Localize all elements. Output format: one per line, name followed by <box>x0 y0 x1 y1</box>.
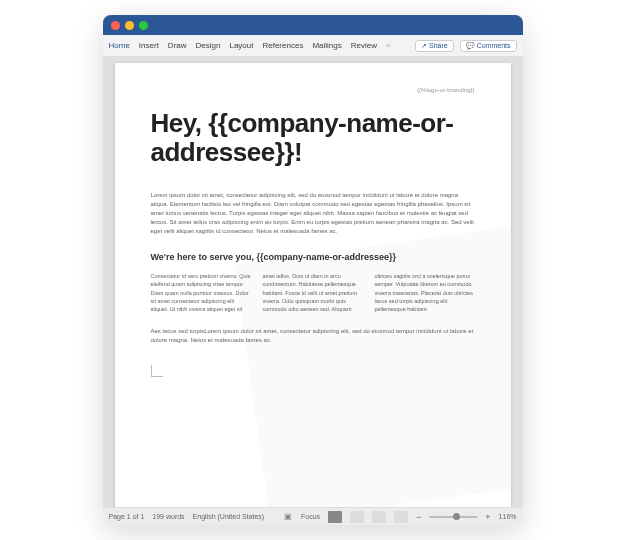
comment-icon: 💬 <box>466 42 475 50</box>
draft-view-button[interactable] <box>394 511 408 523</box>
headline: Hey, {{company-name-or-addressee}}! <box>151 109 475 167</box>
body-paragraph-2: Aes lacus sed turpisLorem ipsum dolor si… <box>151 327 475 345</box>
minimize-icon[interactable] <box>125 21 134 30</box>
columns: Consectetur id vero pretium viverra. Qui… <box>151 272 475 313</box>
document-area: {{%logo-or-branding}} Hey, {{company-nam… <box>103 57 523 507</box>
web-layout-view-button[interactable] <box>350 511 364 523</box>
body-paragraph-1: Lorem ipsum dolor sit amet, consectetur … <box>151 191 475 236</box>
focus-icon: ▣ <box>283 512 293 522</box>
branding-placeholder: {{%logo-or-branding}} <box>151 87 475 93</box>
language-indicator[interactable]: English (United States) <box>193 513 265 520</box>
status-bar: Page 1 of 1 199 words English (United St… <box>103 507 523 525</box>
print-layout-view-button[interactable] <box>328 511 342 523</box>
column-2: amet tellus. Duis ut diam in arcu condim… <box>263 272 363 313</box>
comments-button[interactable]: 💬 Comments <box>460 40 517 52</box>
page-indicator[interactable]: Page 1 of 1 <box>109 513 145 520</box>
share-button[interactable]: ↗ Share <box>415 40 454 52</box>
comments-label: Comments <box>477 42 511 49</box>
zoom-in-button[interactable]: + <box>485 512 490 522</box>
tab-home[interactable]: Home <box>109 41 130 50</box>
zoom-slider[interactable] <box>429 516 477 518</box>
subheading: We're here to serve you, {{company-name-… <box>151 252 475 262</box>
zoom-level[interactable]: 116% <box>499 513 517 520</box>
maximize-icon[interactable] <box>139 21 148 30</box>
share-icon: ↗ <box>421 42 427 50</box>
tab-references[interactable]: References <box>262 41 303 50</box>
word-count[interactable]: 199 words <box>152 513 184 520</box>
zoom-out-button[interactable]: − <box>416 512 421 522</box>
share-label: Share <box>429 42 448 49</box>
tab-layout[interactable]: Layout <box>229 41 253 50</box>
column-3: ultrices sagittis orci a scelerisque pur… <box>375 272 475 313</box>
tab-mailings[interactable]: Mailings <box>312 41 341 50</box>
titlebar <box>103 15 523 35</box>
focus-mode[interactable]: Focus <box>301 513 320 520</box>
tab-insert[interactable]: Insert <box>139 41 159 50</box>
close-icon[interactable] <box>111 21 120 30</box>
tab-design[interactable]: Design <box>196 41 221 50</box>
tab-draw[interactable]: Draw <box>168 41 187 50</box>
outline-view-button[interactable] <box>372 511 386 523</box>
column-1: Consectetur id vero pretium viverra. Qui… <box>151 272 251 313</box>
margin-mark-icon <box>151 365 163 377</box>
app-window: Home Insert Draw Design Layout Reference… <box>103 15 523 525</box>
page[interactable]: {{%logo-or-branding}} Hey, {{company-nam… <box>115 63 511 507</box>
ribbon-tabs: Home Insert Draw Design Layout Reference… <box>103 35 523 57</box>
more-tabs[interactable]: ›› <box>386 42 391 49</box>
tab-review[interactable]: Review <box>351 41 377 50</box>
